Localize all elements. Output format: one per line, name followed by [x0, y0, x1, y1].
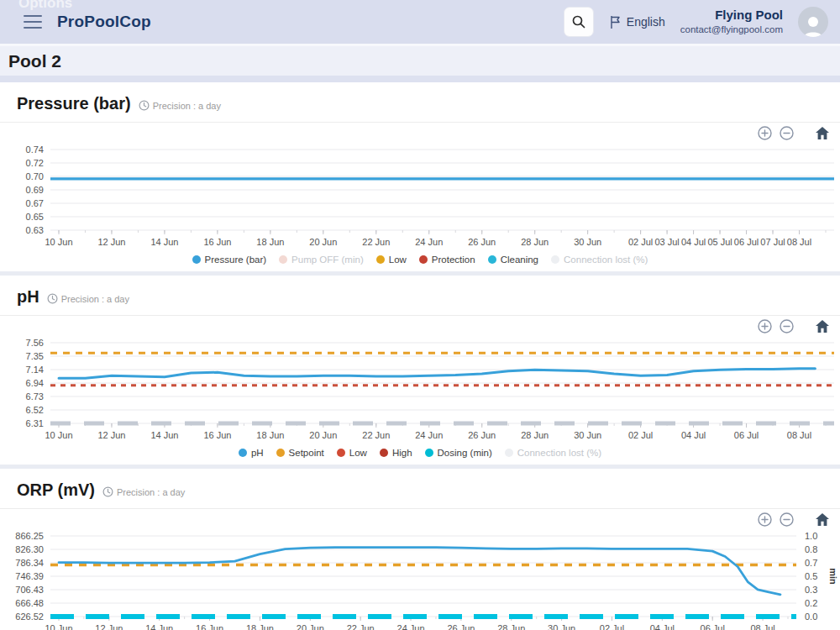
flag-icon [609, 15, 622, 29]
y-tick-label: 0.65 [26, 212, 44, 222]
x-tick-label: 12 Jun [95, 623, 123, 630]
legend-label: Connection lost (%) [517, 448, 601, 458]
legend-label: Pressure (bar) [205, 255, 267, 265]
y-tick-label: 7.56 [26, 338, 44, 348]
x-tick-label: 30 Jun [548, 623, 575, 630]
zoom-in-button[interactable] [758, 319, 772, 333]
y-tick-label: 786.34 [15, 558, 44, 568]
person-icon [801, 13, 826, 37]
legend-dot [551, 255, 559, 264]
x-tick-label: 10 Jun [45, 237, 72, 247]
x-tick-label: 04 Jul [681, 430, 706, 440]
search-button[interactable] [564, 7, 594, 37]
legend-item-cleaning[interactable]: Cleaning [488, 255, 538, 265]
home-icon [815, 512, 830, 527]
legend-label: Dosing (min) [438, 448, 492, 458]
chart-plot[interactable]: 866.25826.30786.34746.39706.43666.48626.… [0, 529, 840, 630]
legend-dot [505, 449, 513, 457]
legend-item-pressure-bar[interactable]: Pressure (bar) [192, 255, 267, 265]
clock-icon [139, 100, 150, 111]
x-tick-label: 07 Jul [760, 237, 785, 247]
legend-item-low[interactable]: Low [376, 255, 407, 265]
chart-legend: Pressure (bar)Pump OFF (min)LowProtectio… [0, 252, 840, 271]
legend-item-connection-lost[interactable]: Connection lost (%) [505, 448, 601, 458]
legend-dot [239, 449, 247, 457]
x-tick-label: 28 Jun [521, 430, 549, 440]
reset-view-button[interactable] [815, 126, 830, 140]
x-tick-label: 04 Jul [681, 237, 706, 247]
language-label: English [627, 15, 665, 29]
legend-item-pump-off-min[interactable]: Pump OFF (min) [279, 255, 364, 265]
precision-note: Precision : a day [47, 290, 129, 304]
menu-icon[interactable] [24, 15, 42, 29]
legend-dot [376, 255, 385, 264]
page-title-bar: Pool 2 [0, 44, 840, 76]
x-tick-label: 26 Jun [447, 623, 475, 630]
zoom-in-icon [758, 126, 772, 140]
zoom-out-icon [780, 126, 794, 140]
reset-view-button[interactable] [815, 512, 830, 527]
zoom-in-icon [758, 319, 772, 333]
series-orp-mv [59, 548, 780, 595]
zoom-out-button[interactable] [780, 319, 794, 333]
zoom-in-button[interactable] [758, 126, 772, 140]
y2-tick-label: 0.3 [805, 585, 817, 595]
user-name: Flying Pool [680, 8, 783, 24]
language-selector[interactable]: English [609, 15, 665, 29]
x-tick-label: 16 Jun [196, 623, 223, 630]
zoom-in-button[interactable] [758, 512, 772, 527]
reset-view-button[interactable] [815, 319, 830, 333]
y-tick-label: 626.52 [15, 612, 44, 622]
x-tick-label: 10 Jun [45, 623, 72, 630]
legend-item-ph[interactable]: pH [239, 448, 264, 458]
x-tick-label: 30 Jun [574, 430, 601, 440]
legend-label: Cleaning [501, 255, 538, 265]
chart-plot[interactable]: 0.740.720.700.690.670.650.6310 Jun12 Jun… [0, 143, 840, 252]
pressure-bar-card: Pressure (bar) Precision : a day [0, 82, 840, 271]
y-tick-label: 6.52 [26, 405, 44, 415]
y-tick-label: 6.31 [26, 418, 44, 428]
legend-dot [419, 255, 428, 264]
app-header: Options ProPoolCop English Flying Pool c… [0, 0, 840, 44]
zoom-out-button[interactable] [780, 512, 794, 527]
y-tick-label: 7.14 [26, 365, 44, 375]
chart-plot[interactable]: 7.567.357.146.946.736.526.3110 Jun12 Jun… [0, 336, 840, 445]
y2-tick-label: 0.7 [805, 558, 817, 568]
x-tick-label: 14 Jun [145, 623, 173, 630]
user-avatar[interactable] [798, 7, 828, 37]
app-logo[interactable]: ProPoolCop [57, 13, 151, 31]
y2-tick-label: 1.0 [805, 531, 817, 541]
zoom-out-button[interactable] [780, 126, 794, 140]
y-tick-label: 0.63 [26, 225, 44, 235]
y2-tick-label: 0.0 [805, 612, 817, 622]
x-tick-label: 20 Jun [309, 430, 337, 440]
legend-item-high[interactable]: High [380, 448, 412, 458]
user-info[interactable]: Flying Pool contact@flyingpool.com [680, 8, 783, 35]
chart-title: ORP (mV) [17, 480, 95, 500]
zoom-out-icon [780, 512, 794, 527]
y-tick-label: 0.72 [26, 158, 44, 168]
y-tick-label: 746.39 [15, 571, 44, 581]
legend-item-low[interactable]: Low [337, 448, 367, 458]
legend-item-protection[interactable]: Protection [419, 255, 475, 265]
user-email: contact@flyingpool.com [680, 24, 783, 35]
page-title: Pool 2 [8, 51, 61, 71]
y-tick-label: 6.73 [26, 391, 44, 402]
y2-tick-label: 0.8 [805, 544, 817, 554]
x-tick-label: 08 Jul [750, 623, 774, 630]
legend-item-connection-lost[interactable]: Connection lost (%) [551, 255, 648, 265]
x-tick-label: 06 Jul [701, 623, 725, 630]
legend-label: High [392, 448, 412, 458]
x-tick-label: 22 Jun [347, 623, 375, 630]
legend-item-dosing-min[interactable]: Dosing (min) [425, 448, 492, 458]
x-tick-label: 16 Jun [203, 237, 231, 247]
legend-item-setpoint[interactable]: Setpoint [276, 448, 324, 458]
x-tick-label: 04 Jul [650, 623, 675, 630]
home-icon [815, 319, 830, 333]
x-tick-label: 16 Jun [203, 430, 231, 440]
legend-dot [425, 449, 433, 457]
x-tick-label: 18 Jun [256, 237, 284, 247]
divider-strip [0, 76, 840, 82]
x-tick-label: 20 Jun [297, 623, 324, 630]
legend-dot [276, 449, 285, 457]
